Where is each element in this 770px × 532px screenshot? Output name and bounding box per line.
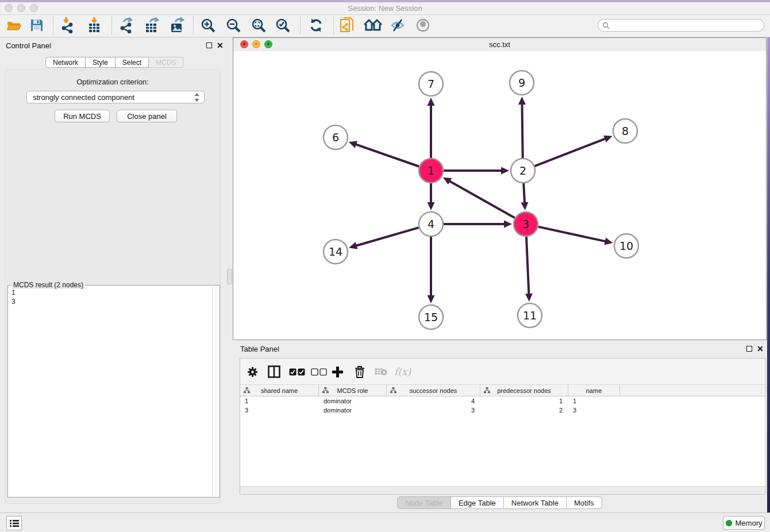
toolbar-separator (53, 16, 53, 34)
network-canvas[interactable]: 7968124314101511 (233, 51, 766, 340)
close-panel-button[interactable]: Close panel (117, 110, 177, 122)
home-icon[interactable] (363, 17, 383, 34)
hide-visibility-icon[interactable] (390, 17, 406, 34)
mcds-result-title: MCDS result (2 nodes) (11, 281, 85, 289)
cell-name[interactable]: 3 (568, 406, 620, 415)
mcds-panel: Optimization criterion: strongly connect… (5, 69, 221, 504)
graph-edge[interactable] (522, 104, 522, 158)
result-scrollbar[interactable] (212, 286, 219, 496)
graph-edge[interactable] (523, 183, 525, 203)
network-window-titlebar: × − + scc.txt (233, 38, 766, 52)
cell-shared-name[interactable]: 1 (240, 397, 319, 406)
window-title: Session: New Session (0, 4, 770, 13)
graph-node-label: 6 (332, 131, 339, 144)
cell-name[interactable]: 1 (568, 397, 620, 406)
zoom-fit-icon[interactable] (251, 17, 267, 34)
select-all-columns-icon[interactable] (289, 365, 305, 379)
cell-mcds-role[interactable]: dominator (319, 406, 387, 415)
zoom-out-icon[interactable] (225, 17, 241, 34)
graph-edge-arrowhead (428, 98, 435, 106)
show-visibility-icon[interactable] (415, 17, 431, 34)
search-icon (602, 22, 610, 29)
task-history-button[interactable] (6, 516, 22, 530)
tab-node-table[interactable]: Node Table (397, 496, 451, 509)
column-type-icon (322, 387, 329, 394)
optimization-criterion-dropdown[interactable]: strongly connected component (26, 91, 205, 103)
cell-predecessor-nodes[interactable]: 2 (480, 406, 568, 415)
column-header-mcds-role[interactable]: MCDS role (319, 385, 387, 396)
memory-status-dot (726, 520, 732, 526)
table-header-row: shared name MCDS role successor nodes pr… (240, 385, 765, 396)
desktop-edge-right (767, 2, 770, 512)
column-header-successor-nodes[interactable]: successor nodes (387, 385, 480, 396)
cell-shared-name[interactable]: 3 (240, 406, 319, 415)
graph-edge[interactable] (449, 181, 515, 218)
graph-edge[interactable] (356, 228, 419, 246)
table-panel-float-icon[interactable] (746, 346, 752, 352)
table-row[interactable]: 3 dominator 3 2 3 (240, 406, 765, 415)
toolbar-separator (300, 16, 301, 34)
vertical-splitter-handle[interactable] (227, 269, 232, 284)
memory-button[interactable]: Memory (723, 516, 765, 530)
table-panel-close-icon[interactable]: ✕ (757, 345, 764, 352)
graph-edge[interactable] (538, 227, 605, 241)
open-session-icon[interactable] (6, 17, 22, 34)
cell-successor-nodes[interactable]: 3 (387, 406, 480, 415)
chevron-up-down-icon (194, 93, 199, 102)
run-mcds-button[interactable]: Run MCDS (55, 110, 110, 122)
graph-edge[interactable] (535, 138, 606, 166)
cell-mcds-role[interactable]: dominator (319, 397, 387, 406)
export-table-icon[interactable] (144, 17, 160, 34)
table-row[interactable]: 1 dominator 4 1 1 (240, 397, 765, 406)
column-header-name[interactable]: name (568, 385, 620, 396)
table-panel: Table Panel ✕ (233, 342, 767, 510)
refresh-layout-icon[interactable] (308, 17, 324, 34)
graph-node-label: 2 (519, 164, 526, 177)
graph-edge-arrowhead (521, 202, 528, 210)
zoom-selected-icon[interactable] (275, 17, 291, 34)
export-image-icon[interactable] (169, 17, 185, 34)
graph-node-label: 9 (518, 76, 525, 89)
column-header-predecessor-nodes[interactable]: predecessor nodes (480, 385, 568, 396)
control-panel-close-icon[interactable]: ✕ (217, 42, 224, 49)
status-bar: Memory (0, 512, 770, 532)
export-network-icon[interactable] (118, 17, 134, 34)
node-table-container: f(x) shared name MCDS role successor nod… (240, 358, 766, 495)
new-network-from-selection-icon[interactable] (339, 17, 355, 34)
graph-node-label: 8 (622, 125, 629, 137)
graph-edge-arrowhead (349, 242, 357, 249)
table-horizontal-scrollbar[interactable] (240, 486, 765, 494)
deselect-all-columns-icon[interactable] (311, 365, 327, 379)
toolbar-separator (333, 16, 334, 34)
table-settings-icon[interactable] (247, 365, 258, 379)
tab-motifs[interactable]: Motifs (567, 496, 602, 509)
search-field[interactable] (598, 19, 764, 32)
graph-edge[interactable] (356, 144, 419, 167)
create-column-icon[interactable] (332, 365, 343, 379)
graph-edge[interactable] (526, 237, 529, 294)
save-session-icon[interactable] (29, 17, 45, 34)
import-table-icon[interactable] (86, 17, 102, 34)
graph-node-label: 3 (522, 218, 529, 230)
optimization-criterion-label: Optimization criterion: (5, 78, 220, 86)
tab-network[interactable]: Network (45, 57, 86, 68)
column-type-icon (484, 387, 490, 394)
column-header-shared-name[interactable]: shared name (240, 385, 319, 396)
import-network-icon[interactable] (60, 17, 76, 34)
column-layout-icon[interactable] (268, 365, 280, 379)
cell-predecessor-nodes[interactable]: 1 (480, 397, 568, 406)
tab-style[interactable]: Style (86, 57, 116, 68)
zoom-in-icon[interactable] (200, 17, 216, 34)
tab-edge-table[interactable]: Edge Table (451, 496, 504, 509)
control-panel-float-icon[interactable] (206, 43, 212, 48)
tab-select[interactable]: Select (116, 57, 149, 68)
delete-column-icon[interactable] (355, 365, 365, 379)
mcds-result-box[interactable]: MCDS result (2 nodes) 1 3 (7, 285, 220, 498)
function-builder-icon: f(x) (394, 365, 411, 379)
tab-mcds[interactable]: MCDS (149, 57, 183, 68)
search-input[interactable] (612, 21, 764, 30)
tab-network-table[interactable]: Network Table (504, 496, 567, 509)
delete-table-icon (375, 365, 387, 379)
control-panel-tabs: Network Style Select MCDS (45, 57, 183, 68)
cell-successor-nodes[interactable]: 4 (387, 397, 480, 406)
